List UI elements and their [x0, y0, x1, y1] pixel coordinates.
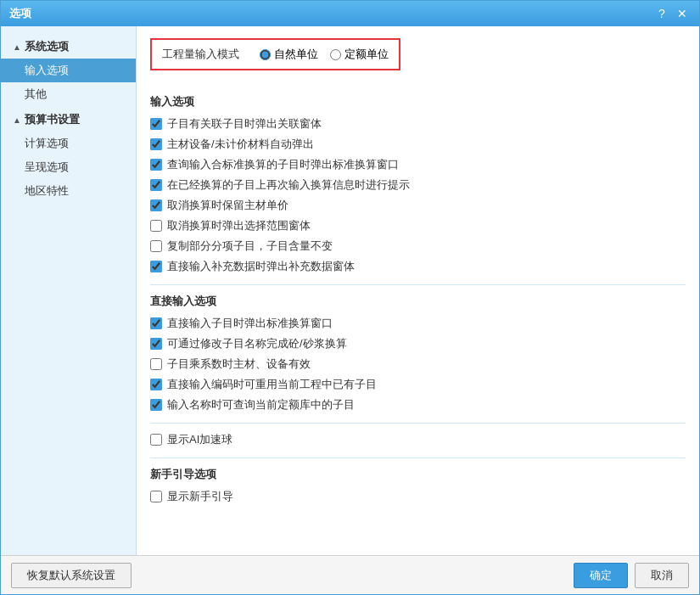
cb-input-1[interactable] — [150, 138, 162, 150]
input-options-list: 子目有关联子目时弹出关联窗体 主材设备/未计价材料自动弹出 查询输入合标准换算的… — [150, 116, 686, 274]
cb-item-5[interactable]: 取消换算时弹出选择范围窗体 — [150, 218, 686, 233]
cb-direct-input-4[interactable] — [150, 399, 162, 411]
cb-label-6: 复制部分分项子目，子目含量不变 — [167, 239, 333, 254]
engineering-input-mode-box: 工程量输入模式 自然单位 定额单位 — [150, 38, 400, 70]
cb-newbie-label-0: 显示新手引导 — [167, 489, 233, 504]
radio-natural-unit[interactable]: 自然单位 — [260, 47, 318, 62]
newbie-guide-title: 新手引导选项 — [150, 467, 686, 482]
cb-label-5: 取消换算时弹出选择范围窗体 — [167, 218, 311, 233]
options-dialog: 选项 ? ✕ ▲ 系统选项 输入选项 其他 — [0, 0, 700, 595]
footer-left: 恢复默认系统设置 — [11, 563, 132, 588]
cb-direct-label-3: 直接输入编码时可重用当前工程中已有子目 — [167, 377, 377, 392]
engineering-input-mode-radio-group: 自然单位 定额单位 — [260, 47, 389, 62]
cb-input-7[interactable] — [150, 261, 162, 272]
cb-direct-label-2: 子目乘系数时主材、设备有效 — [167, 356, 311, 372]
cb-label-4: 取消换算时保留主材单价 — [167, 198, 288, 213]
sidebar-item-calc-options[interactable]: 计算选项 — [1, 132, 136, 155]
cb-direct-input-0[interactable] — [150, 317, 162, 329]
sidebar-group-system-label: 系统选项 — [25, 39, 69, 54]
cb-direct-3[interactable]: 直接输入编码时可重用当前工程中已有子目 — [150, 377, 686, 392]
cb-item-2[interactable]: 查询输入合标准换算的子目时弹出标准换算窗口 — [150, 157, 686, 172]
ai-option-list: 显示AI加速球 — [150, 432, 686, 447]
cb-direct-0[interactable]: 直接输入子目时弹出标准换算窗口 — [150, 316, 686, 331]
cb-input-5[interactable] — [150, 220, 162, 232]
dialog-title: 选项 — [9, 6, 31, 21]
sidebar-group-system: ▲ 系统选项 输入选项 其他 — [1, 35, 136, 106]
cb-label-2: 查询输入合标准换算的子目时弹出标准换算窗口 — [167, 157, 399, 172]
help-button[interactable]: ? — [653, 6, 670, 21]
close-button[interactable]: ✕ — [674, 6, 691, 21]
engineering-input-mode-label: 工程量输入模式 — [162, 47, 239, 62]
sidebar-item-other-label: 其他 — [25, 87, 47, 102]
cb-direct-1[interactable]: 可通过修改子目名称完成砼/砂浆换算 — [150, 336, 686, 351]
sidebar-group-budget-label: 预算书设置 — [25, 112, 80, 127]
cb-direct-input-3[interactable] — [150, 379, 162, 390]
sidebar-item-display-options[interactable]: 呈现选项 — [1, 155, 136, 179]
cb-item-1[interactable]: 主材设备/未计价材料自动弹出 — [150, 137, 686, 152]
title-bar: 选项 ? ✕ — [1, 1, 699, 26]
cb-ai-label: 显示AI加速球 — [167, 432, 232, 447]
divider-1 — [150, 284, 686, 285]
reset-button[interactable]: 恢复默认系统设置 — [11, 563, 132, 588]
cb-item-0[interactable]: 子目有关联子目时弹出关联窗体 — [150, 116, 686, 132]
cb-input-3[interactable] — [150, 179, 162, 191]
cb-direct-label-0: 直接输入子目时弹出标准换算窗口 — [167, 316, 333, 331]
sidebar-group-budget-header: ▲ 预算书设置 — [1, 108, 136, 132]
cb-direct-input-2[interactable] — [150, 358, 162, 370]
sidebar-item-display-options-label: 呈现选项 — [25, 160, 69, 175]
cb-direct-label-4: 输入名称时可查询当前定额库中的子目 — [167, 397, 355, 413]
cb-direct-2[interactable]: 子目乘系数时主材、设备有效 — [150, 356, 686, 372]
footer-right: 确定 取消 — [574, 563, 689, 588]
cb-item-4[interactable]: 取消换算时保留主材单价 — [150, 198, 686, 213]
cb-item-3[interactable]: 在已经换算的子目上再次输入换算信息时进行提示 — [150, 177, 686, 193]
cb-direct-label-1: 可通过修改子目名称完成砼/砂浆换算 — [167, 336, 347, 351]
sidebar: ▲ 系统选项 输入选项 其他 ▲ 预算书设置 计算选项 — [1, 26, 137, 555]
divider-2 — [150, 423, 686, 424]
divider-3 — [150, 457, 686, 458]
cb-direct-input-1[interactable] — [150, 338, 162, 350]
cb-newbie-input-0[interactable] — [150, 491, 162, 502]
cb-item-6[interactable]: 复制部分分项子目，子目含量不变 — [150, 239, 686, 254]
sidebar-group-budget: ▲ 预算书设置 计算选项 呈现选项 地区特性 — [1, 108, 136, 203]
radio-quota-unit[interactable]: 定额单位 — [330, 47, 389, 62]
direct-input-options-title: 直接输入选项 — [150, 294, 686, 309]
radio-quota-unit-input[interactable] — [330, 49, 341, 60]
sidebar-item-input-options-label: 输入选项 — [25, 63, 69, 78]
arrow-icon-2: ▲ — [13, 115, 21, 125]
cb-label-3: 在已经换算的子目上再次输入换算信息时进行提示 — [167, 177, 410, 193]
sidebar-item-other[interactable]: 其他 — [1, 82, 136, 106]
cb-ai-input[interactable] — [150, 434, 162, 446]
direct-input-options-list: 直接输入子目时弹出标准换算窗口 可通过修改子目名称完成砼/砂浆换算 子目乘系数时… — [150, 316, 686, 413]
confirm-button[interactable]: 确定 — [574, 563, 628, 588]
arrow-icon: ▲ — [13, 42, 21, 52]
sidebar-item-calc-options-label: 计算选项 — [25, 136, 69, 151]
cb-input-4[interactable] — [150, 199, 162, 211]
title-bar-controls: ? ✕ — [653, 6, 691, 21]
sidebar-item-region-label: 地区特性 — [25, 183, 69, 199]
cb-ai[interactable]: 显示AI加速球 — [150, 432, 686, 447]
cb-input-2[interactable] — [150, 159, 162, 171]
radio-quota-unit-label: 定额单位 — [344, 47, 389, 62]
cb-label-0: 子目有关联子目时弹出关联窗体 — [167, 116, 322, 132]
cb-item-7[interactable]: 直接输入补充数据时弹出补充数据窗体 — [150, 259, 686, 274]
newbie-guide-list: 显示新手引导 — [150, 489, 686, 504]
cb-label-1: 主材设备/未计价材料自动弹出 — [167, 137, 314, 152]
cb-input-6[interactable] — [150, 240, 162, 252]
cb-label-7: 直接输入补充数据时弹出补充数据窗体 — [167, 259, 355, 274]
sidebar-group-system-header: ▲ 系统选项 — [1, 35, 136, 59]
input-options-title: 输入选项 — [150, 94, 686, 109]
dialog-body: ▲ 系统选项 输入选项 其他 ▲ 预算书设置 计算选项 — [1, 26, 699, 555]
cancel-button[interactable]: 取消 — [635, 563, 689, 588]
sidebar-item-region[interactable]: 地区特性 — [1, 179, 136, 203]
sidebar-item-input-options[interactable]: 输入选项 — [1, 59, 136, 82]
radio-natural-unit-input[interactable] — [260, 49, 271, 60]
footer: 恢复默认系统设置 确定 取消 — [1, 555, 699, 594]
cb-input-0[interactable] — [150, 118, 162, 130]
cb-direct-4[interactable]: 输入名称时可查询当前定额库中的子目 — [150, 397, 686, 413]
cb-newbie-0[interactable]: 显示新手引导 — [150, 489, 686, 504]
main-content: 工程量输入模式 自然单位 定额单位 输入选项 — [137, 26, 699, 555]
radio-natural-unit-label: 自然单位 — [274, 47, 318, 62]
